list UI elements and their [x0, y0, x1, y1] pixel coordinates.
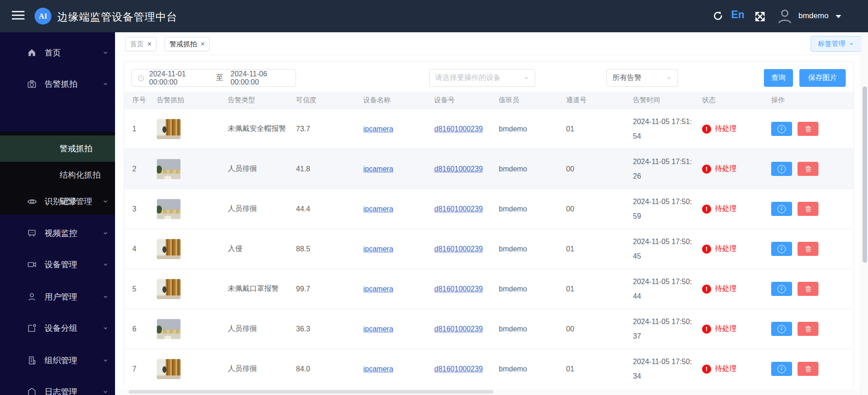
alarm-time-line1: 2024-11-05 17:50: [633, 276, 695, 288]
sidebar-subitem-alert-capture[interactable]: 警戒抓拍 [0, 135, 115, 162]
alarm-snapshot-image[interactable] [157, 319, 181, 339]
status-badge: 待处理 [715, 124, 737, 134]
info-icon: i [778, 205, 786, 213]
table-header: 序号 告警抓拍 告警类型 可信度 设备名称 设备号 值班员 通道号 告警时间 状… [124, 92, 853, 109]
chevron-down-icon [102, 261, 109, 268]
device-no-link[interactable]: d81601000239 [434, 325, 483, 333]
avatar-icon[interactable] [776, 7, 794, 25]
trash-icon [804, 205, 812, 213]
detail-button[interactable]: i [771, 242, 792, 256]
device-no-link[interactable]: d81601000239 [434, 205, 483, 213]
detail-button[interactable]: i [771, 202, 792, 216]
alarm-time: 2024-11-05 17:50: 37 [626, 316, 695, 342]
device-name-link[interactable]: ipcamera [363, 245, 393, 253]
page-title: 边缘端监管设备管理中台 [57, 10, 177, 24]
caret-down-icon [836, 15, 841, 18]
sidebar-item-home[interactable]: 首页 [0, 37, 115, 68]
device-no-link[interactable]: d81601000239 [434, 245, 483, 253]
date-range-input[interactable]: 2024-11-01 00:00:00 至 2024-11-06 00:00:0… [131, 69, 296, 87]
alarm-type: 人员徘徊 [221, 204, 289, 214]
chevron-down-icon [848, 41, 854, 47]
alarm-time-line2: 54 [633, 130, 695, 142]
status-cell: ! 待处理 [695, 284, 764, 294]
home-icon [26, 47, 37, 58]
sidebar-item-user-management[interactable]: 用户管理 [0, 281, 115, 312]
refresh-icon[interactable] [711, 10, 725, 23]
device-name-link[interactable]: ipcamera [363, 285, 393, 293]
vertical-scrollbar[interactable] [861, 32, 868, 395]
tag-label: 警戒抓拍 [170, 40, 197, 49]
sidebar-item-log-management[interactable]: 日志管理 [0, 376, 115, 395]
detail-button[interactable]: i [771, 362, 792, 376]
username-dropdown[interactable]: bmdemo [798, 11, 828, 20]
alarm-type-select[interactable]: 所有告警 [607, 69, 678, 87]
alarm-time: 2024-11-05 17:51: 54 [626, 116, 695, 142]
sidebar-item-label: 识别记录 [45, 196, 77, 207]
alarm-time-line2: 37 [633, 330, 695, 342]
delete-button[interactable] [798, 282, 818, 296]
tag-manage-label: 标签管理 [818, 40, 845, 48]
close-icon[interactable]: × [201, 40, 205, 48]
delete-button[interactable] [798, 242, 818, 256]
status-badge: 待处理 [715, 244, 737, 254]
sidebar-item-video-monitor[interactable]: 视频监控 [0, 218, 115, 249]
sidebar-item-alarm-capture[interactable]: 告警抓拍 [0, 69, 115, 100]
detail-button[interactable]: i [771, 122, 792, 136]
close-icon[interactable]: × [147, 40, 151, 48]
sidebar-item-label: 告警抓拍 [45, 79, 77, 90]
device-name-link[interactable]: ipcamera [363, 165, 393, 173]
device-no-link[interactable]: d81601000239 [434, 125, 483, 133]
alarm-snapshot-image[interactable] [157, 199, 181, 219]
save-image-button[interactable]: 保存图片 [799, 69, 846, 87]
alarm-type: 入侵 [221, 244, 289, 254]
delete-button[interactable] [798, 362, 818, 376]
action-cell: i [764, 242, 846, 256]
alarm-snapshot-image[interactable] [157, 159, 181, 179]
fullscreen-icon[interactable] [753, 10, 767, 23]
action-cell: i [764, 202, 846, 216]
search-button[interactable]: 查询 [764, 69, 793, 87]
operator-value: bmdemo [492, 125, 559, 133]
device-name-link[interactable]: ipcamera [363, 325, 393, 333]
sidebar-item-organization[interactable]: 组织管理 [0, 345, 115, 376]
device-name-link[interactable]: ipcamera [363, 365, 393, 373]
hamburger-menu-icon[interactable] [12, 11, 25, 21]
delete-button[interactable] [798, 162, 818, 176]
device-name-link[interactable]: ipcamera [363, 125, 393, 133]
device-select[interactable]: 请选择要操作的设备 [429, 69, 535, 87]
sidebar-item-label: 首页 [45, 47, 61, 58]
delete-button[interactable] [798, 202, 818, 216]
delete-button[interactable] [798, 322, 818, 336]
vertical-scrollbar-thumb[interactable] [863, 86, 867, 263]
tag-home[interactable]: 首页 × [125, 37, 156, 51]
detail-button[interactable]: i [771, 282, 792, 296]
sidebar-subitem-structured-capture[interactable]: 结构化抓拍 [0, 162, 115, 188]
column-header: 状态 [695, 96, 764, 105]
info-icon: i [778, 285, 786, 293]
device-no-link[interactable]: d81601000239 [434, 365, 483, 373]
trash-icon [804, 125, 812, 133]
date-end-value: 2024-11-06 00:00:00 [231, 70, 290, 86]
alarm-snapshot-image[interactable] [157, 279, 181, 299]
delete-button[interactable] [798, 122, 818, 136]
status-badge: 待处理 [715, 324, 737, 334]
status-cell: ! 待处理 [695, 244, 764, 254]
device-name-link[interactable]: ipcamera [363, 205, 393, 213]
alarm-snapshot-image[interactable] [157, 239, 181, 259]
detail-button[interactable]: i [771, 322, 792, 336]
horizontal-scrollbar[interactable] [115, 389, 861, 395]
alarm-snapshot-image[interactable] [157, 119, 181, 139]
horizontal-scrollbar-thumb[interactable] [129, 390, 493, 394]
sidebar-item-device-group[interactable]: 设备分组 [0, 313, 115, 344]
language-toggle[interactable]: En [731, 9, 744, 21]
operator-value: bmdemo [492, 285, 559, 293]
sidebar-item-recognition-records[interactable]: 识别记录 [0, 186, 115, 217]
video-camera-icon [26, 259, 37, 270]
device-no-link[interactable]: d81601000239 [434, 165, 483, 173]
tag-alert-capture[interactable]: 警戒抓拍 × [165, 37, 210, 51]
device-no-link[interactable]: d81601000239 [434, 285, 483, 293]
alarm-snapshot-image[interactable] [157, 359, 181, 379]
tag-manage-button[interactable]: 标签管理 [811, 36, 862, 52]
sidebar-item-device-management[interactable]: 设备管理 [0, 249, 115, 280]
detail-button[interactable]: i [771, 162, 792, 176]
